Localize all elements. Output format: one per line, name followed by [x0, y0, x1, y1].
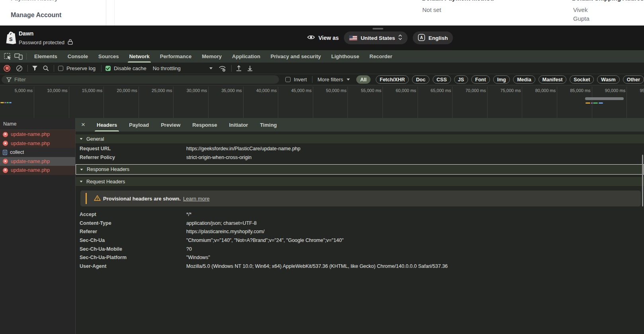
request-type-chip[interactable]: Media: [513, 75, 535, 84]
request-detail-pane: × Headers Payload Preview Response Initi…: [76, 118, 644, 334]
request-type-chip[interactable]: Fetch/XHR: [376, 75, 409, 84]
header-value: "Chromium";v="140", "Not=A?Brand";v="24"…: [186, 236, 343, 245]
name-column-header[interactable]: Name: [0, 118, 75, 130]
preserve-log-checkbox[interactable]: [58, 66, 63, 71]
detail-tab[interactable]: Payload: [123, 118, 155, 132]
request-type-chip[interactable]: CSS: [433, 75, 451, 84]
filter-input[interactable]: [2, 75, 279, 84]
general-section-header[interactable]: General: [76, 134, 644, 144]
timeline-tick-label: 85,000 ms: [570, 88, 590, 93]
request-type-chip[interactable]: JS: [454, 75, 468, 84]
more-filters-dropdown[interactable]: More filters: [318, 77, 350, 83]
header-row: Accept */*: [76, 210, 644, 219]
record-network-log-button[interactable]: [4, 65, 10, 72]
detail-tab-label: Preview: [161, 122, 180, 128]
general-rows: Request URL https://geeksfordev.in/Plast…: [76, 144, 644, 162]
request-name: update-name.php: [11, 132, 50, 137]
devtools-tab[interactable]: Recorder: [364, 50, 397, 63]
request-row[interactable]: update-name.php: [0, 157, 75, 166]
invert-label[interactable]: Invert: [294, 77, 307, 83]
detail-tab[interactable]: Initiator: [223, 118, 254, 132]
timeline-tick-label: 50,000 ms: [326, 88, 346, 93]
request-row[interactable]: collect: [0, 148, 75, 157]
request-header-rows: Accept */* Content-Type application/json…: [76, 210, 644, 271]
request-row[interactable]: update-name.php: [0, 130, 75, 139]
response-headers-section-header[interactable]: Response Headers: [76, 164, 644, 175]
search-icon[interactable]: [43, 65, 49, 71]
filter-toggle-icon[interactable]: [32, 65, 38, 71]
timeline-gridline: 70,000 ms: [487, 86, 488, 118]
request-type-chip[interactable]: Socket: [570, 75, 594, 84]
request-headers-section-header[interactable]: Request Headers: [76, 177, 644, 187]
waterfall-bar: [4, 102, 6, 103]
detail-tab[interactable]: Timing: [254, 118, 283, 132]
devtools-tab[interactable]: Network: [124, 50, 154, 63]
header-key: User-Agent: [80, 262, 186, 271]
language-selector[interactable]: A English: [413, 31, 453, 44]
chevron-down-icon[interactable]: [209, 67, 213, 69]
inspect-element-icon[interactable]: [2, 51, 13, 62]
request-type-chip[interactable]: Other: [623, 75, 644, 84]
devtools-tab[interactable]: Memory: [197, 50, 227, 63]
close-icon[interactable]: ×: [76, 118, 91, 132]
timeline-tick-label: 15,000 ms: [82, 88, 102, 93]
divider: [101, 65, 101, 72]
request-type-chip[interactable]: All: [356, 75, 371, 84]
learn-more-link[interactable]: Learn more: [183, 196, 209, 202]
network-overview[interactable]: 5,000 ms 10,000 ms 15,000 ms 20,000 ms 2…: [0, 85, 644, 118]
request-row[interactable]: update-name.php: [0, 139, 75, 148]
scrollbar-thumb[interactable]: [642, 155, 643, 206]
network-conditions-icon[interactable]: [218, 65, 226, 72]
detail-tab-label: Payload: [129, 122, 149, 128]
preserve-log-label[interactable]: Preserve log: [66, 65, 96, 71]
devtools-tab[interactable]: Application: [227, 50, 265, 63]
import-har-icon[interactable]: [236, 65, 242, 71]
shopify-logo-icon: S: [6, 31, 17, 46]
detail-tab[interactable]: Response: [186, 118, 223, 132]
detail-tab[interactable]: Headers: [91, 118, 123, 132]
timeline-gridline: 35,000 ms: [243, 86, 244, 118]
header-row: Referer https://plasticareinc.myshopify.…: [76, 227, 644, 236]
country-selector[interactable]: United States: [344, 31, 408, 44]
header-row: Sec-Ch-Ua "Chromium";v="140", "Not=A?Bra…: [76, 236, 644, 245]
nav-payment-history[interactable]: Payment History: [11, 0, 58, 2]
timeline-tick-label: 65,000 ms: [431, 88, 451, 93]
timeline-gridline: 25,000 ms: [173, 86, 174, 118]
invert-checkbox[interactable]: [285, 77, 291, 82]
devtools-tab[interactable]: Elements: [29, 50, 62, 63]
devtools-tab[interactable]: Privacy and security: [265, 50, 326, 63]
detail-tab[interactable]: Preview: [155, 118, 186, 132]
request-type-chip[interactable]: Wasm: [597, 75, 619, 84]
timeline-gridline: 50,000 ms: [347, 86, 348, 118]
warning-icon: [94, 195, 101, 202]
webpage-strip: Payment History Manage Account Default P…: [0, 0, 644, 26]
header-key: Request URL: [80, 144, 186, 153]
devtools-tab[interactable]: Lighthouse: [326, 50, 364, 63]
devtools-tab[interactable]: Performance: [155, 50, 197, 63]
devtools-tab-label: Elements: [34, 53, 57, 59]
request-type-chip[interactable]: Img: [493, 75, 510, 84]
devtools-tab[interactable]: Console: [62, 50, 93, 63]
waterfall-bar: [599, 102, 603, 104]
detail-tab-label: Response: [192, 122, 217, 128]
device-toolbar-icon[interactable]: [13, 51, 24, 62]
disable-cache-label[interactable]: Disable cache: [114, 65, 146, 71]
throttling-dropdown[interactable]: No throttling: [153, 65, 181, 71]
svg-text:S: S: [9, 36, 13, 42]
header-value: https://plasticareinc.myshopify.com/: [186, 227, 264, 236]
shopify-preview-bar: S Dawn Password protected: [0, 26, 644, 50]
devtools-tab[interactable]: Sources: [93, 50, 124, 63]
nav-manage-account[interactable]: Manage Account: [11, 12, 61, 19]
divider: [106, 0, 106, 26]
request-type-chip[interactable]: Doc: [412, 75, 429, 84]
request-type-chip[interactable]: Manifest: [539, 75, 567, 84]
devtools-tab-label: Network: [129, 53, 149, 59]
request-type-chip[interactable]: Font: [471, 75, 490, 84]
chevron-down-icon: [347, 79, 350, 81]
disable-cache-checkbox[interactable]: [105, 66, 111, 71]
lock-icon: [67, 39, 73, 46]
request-row[interactable]: update-name.php: [0, 166, 75, 175]
clear-network-log-icon[interactable]: [16, 65, 23, 72]
response-headers-title: Response Headers: [87, 167, 129, 172]
export-har-icon[interactable]: [247, 65, 253, 71]
